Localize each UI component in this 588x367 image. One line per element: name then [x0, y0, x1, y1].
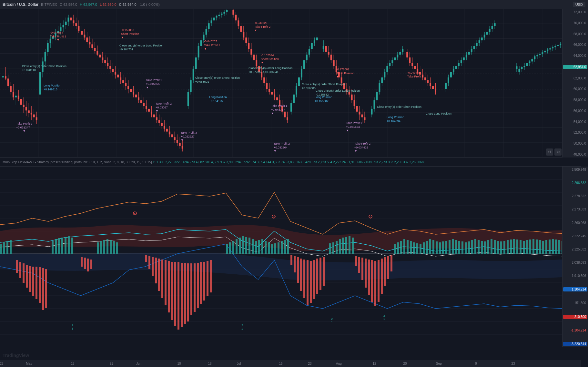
- svg-rect-460: [29, 266, 31, 292]
- svg-rect-562: [400, 241, 402, 254]
- svg-rect-526: [100, 241, 102, 254]
- svg-rect-599: [520, 240, 522, 254]
- svg-text:1: 1: [331, 321, 333, 324]
- svg-rect-537: [242, 236, 244, 254]
- svg-rect-514: [0, 244, 2, 254]
- svg-rect-510: [381, 259, 383, 294]
- svg-rect-462: [35, 267, 37, 299]
- svg-rect-464: [42, 268, 44, 310]
- svg-text:2: 2: [331, 317, 333, 321]
- svg-rect-492: [294, 256, 296, 272]
- time-23-start: 23: [0, 362, 4, 365]
- svg-rect-518: [52, 241, 54, 254]
- svg-rect-544: [265, 241, 267, 254]
- svg-rect-583: [468, 241, 470, 254]
- indicator-values: 151.300 2,278.322 3,694.273 4,682.810 4,…: [153, 160, 426, 164]
- refresh-btn[interactable]: ↺: [546, 148, 553, 156]
- svg-rect-494: [300, 259, 302, 291]
- sub-price-scale: 2,509.948 2,296.332 2,278.322 2,273.033 …: [562, 167, 588, 347]
- svg-rect-473: [155, 258, 157, 283]
- svg-rect-470: [145, 255, 147, 262]
- svg-rect-487: [200, 262, 202, 304]
- svg-rect-601: [526, 240, 528, 254]
- svg-rect-471: [148, 256, 150, 269]
- svg-rect-579: [455, 240, 457, 254]
- svg-rect-551: [287, 239, 289, 254]
- settings-btn[interactable]: ⚙: [554, 148, 562, 156]
- svg-rect-481: [181, 263, 183, 327]
- svg-rect-502: [355, 256, 357, 266]
- svg-rect-540: [252, 239, 254, 254]
- svg-text:S: S: [273, 215, 275, 219]
- sub-price-neg210: -210.300: [563, 315, 587, 319]
- svg-rect-598: [516, 240, 518, 254]
- svg-rect-549: [281, 241, 283, 254]
- svg-rect-558: [349, 236, 350, 254]
- svg-rect-516: [6, 241, 8, 254]
- svg-rect-554: [336, 241, 338, 254]
- svg-text:2: 2: [241, 324, 243, 327]
- svg-text:1: 1: [383, 317, 385, 321]
- sub-price-1910: 1,910.606: [563, 274, 587, 278]
- time-axis: 23 May 13 21 Jun 10 18 Jul 15 23 Aug 12 …: [0, 360, 581, 367]
- svg-rect-584: [471, 240, 473, 254]
- svg-rect-573: [436, 241, 438, 254]
- svg-rect-578: [452, 239, 454, 254]
- svg-rect-563: [403, 239, 405, 254]
- open-price: O 62,954.0: [60, 3, 77, 6]
- svg-rect-520: [58, 238, 60, 254]
- svg-rect-552: [329, 243, 331, 254]
- indicator-params: [Both, hlc3, 10, 1, 2, None, 2, 8, 18, 3…: [74, 160, 152, 164]
- svg-text:1: 1: [241, 327, 243, 330]
- svg-rect-571: [429, 239, 431, 254]
- svg-rect-582: [465, 242, 467, 254]
- svg-rect-572: [432, 240, 434, 254]
- svg-rect-508: [374, 261, 376, 306]
- svg-rect-556: [342, 238, 344, 254]
- currency-badge: USD: [573, 2, 585, 7]
- svg-rect-509: [378, 260, 380, 302]
- svg-text:2: 2: [72, 324, 73, 327]
- svg-rect-567: [416, 243, 418, 254]
- svg-rect-533: [229, 242, 231, 254]
- svg-rect-457: [19, 262, 21, 278]
- indicator-name: Multi-Step FlexMA-VT - Strategy [present…: [3, 160, 73, 164]
- svg-rect-550: [284, 240, 286, 254]
- svg-rect-527: [103, 240, 105, 254]
- svg-rect-607: [545, 240, 547, 254]
- svg-rect-478: [171, 262, 173, 320]
- svg-text:1: 1: [72, 327, 73, 330]
- svg-rect-493: [297, 257, 299, 283]
- svg-rect-603: [532, 239, 534, 254]
- svg-text:2: 2: [383, 314, 385, 317]
- svg-rect-503: [358, 257, 360, 273]
- svg-rect-568: [420, 244, 421, 254]
- svg-rect-466: [81, 257, 83, 267]
- svg-rect-611: [558, 240, 560, 254]
- svg-rect-545: [268, 242, 270, 254]
- svg-rect-600: [523, 241, 525, 254]
- svg-point-620: [272, 215, 275, 218]
- close-price: C 62,954.0: [119, 3, 137, 6]
- svg-rect-521: [61, 238, 63, 254]
- svg-rect-497: [310, 261, 312, 303]
- sub-price-neg3220: -3,220.544: [563, 342, 587, 346]
- svg-rect-505: [365, 259, 367, 288]
- price-66000: 66,000.0: [563, 43, 587, 46]
- svg-rect-590: [491, 239, 492, 254]
- svg-rect-589: [487, 240, 489, 254]
- svg-rect-484: [190, 263, 192, 315]
- svg-rect-517: [10, 240, 12, 254]
- svg-rect-463: [39, 267, 41, 303]
- sub-price-1104: 1,104.214: [563, 287, 587, 291]
- svg-rect-522: [65, 237, 66, 254]
- svg-rect-591: [494, 240, 496, 254]
- svg-rect-546: [271, 244, 273, 254]
- svg-rect-531: [116, 242, 118, 254]
- svg-rect-530: [113, 241, 115, 254]
- svg-rect-500: [319, 258, 321, 290]
- sub-price-2296: 2,296.332: [563, 181, 587, 185]
- svg-rect-532: [226, 244, 228, 254]
- svg-rect-490: [210, 260, 212, 292]
- sub-price-2038: 2,038.093: [563, 261, 587, 264]
